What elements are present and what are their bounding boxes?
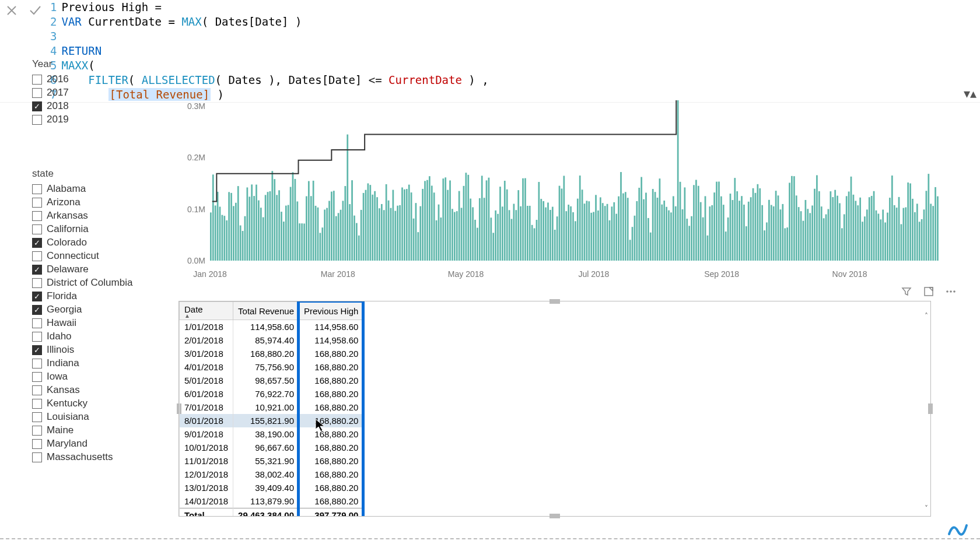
state-item[interactable]: Maryland [32, 438, 155, 450]
checkbox[interactable] [32, 265, 42, 275]
commit-formula-button[interactable] [28, 3, 42, 17]
table-row[interactable]: 1/01/2018114,958.60114,958.60 [180, 320, 363, 334]
year-item[interactable]: 2016 [32, 73, 155, 85]
table-cell[interactable]: 168,880.20 [299, 387, 363, 401]
table-cell[interactable]: 113,879.90 [233, 494, 299, 508]
scroll-down-icon[interactable]: ˅ [925, 504, 928, 513]
state-slicer[interactable]: state AlabamaArizonaArkansasCaliforniaCo… [32, 168, 155, 463]
table-cell[interactable]: 14/01/2018 [180, 494, 233, 508]
table-cell[interactable]: 10/01/2018 [180, 441, 233, 454]
state-item[interactable]: California [32, 223, 155, 235]
year-item[interactable]: 2019 [32, 114, 155, 125]
checkbox[interactable] [32, 211, 42, 221]
state-item[interactable]: Arizona [32, 196, 155, 208]
data-table[interactable]: Date▲Total RevenuePrevious High1/01/2018… [179, 301, 363, 516]
table-cell[interactable]: 114,958.60 [299, 320, 363, 334]
column-header[interactable]: Previous High [299, 302, 363, 320]
checkbox[interactable] [32, 318, 42, 328]
table-cell[interactable]: 168,880.20 [299, 414, 363, 427]
checkbox[interactable] [32, 184, 42, 194]
table-cell[interactable]: 168,880.20 [299, 481, 363, 494]
state-item[interactable]: Iowa [32, 371, 155, 382]
table-cell[interactable]: 39,409.40 [233, 481, 299, 494]
scroll-up-icon[interactable]: ˄ [925, 312, 928, 320]
table-cell[interactable]: 168,880.20 [299, 468, 363, 481]
formula-code[interactable]: Previous High = VAR CurrentDate = MAX( D… [61, 0, 980, 102]
state-item[interactable]: Georgia [32, 304, 155, 315]
state-item[interactable]: Kansas [32, 384, 155, 396]
checkbox[interactable] [32, 412, 42, 422]
table-cell[interactable]: 98,657.50 [233, 374, 299, 387]
checkbox[interactable] [32, 305, 42, 315]
state-item[interactable]: Colorado [32, 237, 155, 248]
state-item[interactable]: Massachusetts [32, 451, 155, 463]
table-cell[interactable]: 6/01/2018 [180, 387, 233, 401]
checkbox[interactable] [32, 345, 42, 355]
table-row[interactable]: 6/01/201876,922.70168,880.20 [180, 387, 363, 401]
table-cell[interactable]: 168,880.20 [299, 374, 363, 387]
year-slicer[interactable]: Year 2016201720182019 [32, 58, 155, 125]
checkbox[interactable] [32, 439, 42, 449]
state-item[interactable]: Arkansas [32, 210, 155, 222]
table-cell[interactable]: 168,880.20 [299, 360, 363, 374]
state-item[interactable]: Idaho [32, 331, 155, 342]
revenue-chart[interactable]: 0.3M0.2M0.1M0.0MJan 2018Mar 2018May 2018… [175, 100, 945, 284]
table-row[interactable]: 12/01/201838,002.40168,880.20 [180, 468, 363, 481]
table-cell[interactable]: 85,974.40 [233, 334, 299, 347]
table-cell[interactable]: 12/01/2018 [180, 468, 233, 481]
state-item[interactable]: Kentucky [32, 398, 155, 409]
checkbox[interactable] [32, 452, 42, 462]
table-cell[interactable]: 168,880.20 [299, 454, 363, 468]
checkbox[interactable] [32, 372, 42, 382]
state-item[interactable]: Louisiana [32, 411, 155, 423]
table-cell[interactable]: 155,821.90 [233, 414, 299, 427]
filter-icon[interactable] [901, 286, 912, 297]
checkbox[interactable] [32, 88, 42, 98]
checkbox[interactable] [32, 238, 42, 248]
table-row[interactable]: 5/01/201898,657.50168,880.20 [180, 374, 363, 387]
table-cell[interactable]: 4/01/2018 [180, 360, 233, 374]
state-item[interactable]: Delaware [32, 264, 155, 275]
focus-mode-icon[interactable] [923, 286, 935, 297]
table-row[interactable]: 14/01/2018113,879.90168,880.20 [180, 494, 363, 508]
state-item[interactable]: Maine [32, 424, 155, 436]
table-cell[interactable]: 38,190.00 [233, 427, 299, 441]
checkbox[interactable] [32, 292, 42, 301]
table-row[interactable]: 8/01/2018155,821.90168,880.20 [180, 414, 363, 427]
checkbox[interactable] [32, 278, 42, 288]
table-cell[interactable]: 168,880.20 [299, 401, 363, 414]
checkbox[interactable] [32, 385, 42, 395]
table-row[interactable]: 4/01/201875,756.90168,880.20 [180, 360, 363, 374]
table-cell[interactable]: 168,880.20 [299, 494, 363, 508]
state-item[interactable]: Indiana [32, 357, 155, 369]
year-item[interactable]: 2018 [32, 100, 155, 112]
state-item[interactable]: Connecticut [32, 250, 155, 262]
data-table-visual[interactable]: Date▲Total RevenuePrevious High1/01/2018… [178, 301, 931, 517]
table-cell[interactable]: 75,756.90 [233, 360, 299, 374]
state-item[interactable]: Alabama [32, 183, 155, 195]
table-cell[interactable]: 96,667.60 [233, 441, 299, 454]
table-cell[interactable]: 76,922.70 [233, 387, 299, 401]
table-cell[interactable]: 168,880.20 [233, 347, 299, 360]
state-item[interactable]: Florida [32, 290, 155, 302]
table-cell[interactable]: 9/01/2018 [180, 427, 233, 441]
checkbox[interactable] [32, 224, 42, 234]
table-row[interactable]: 2/01/201885,974.40114,958.60 [180, 334, 363, 347]
table-cell[interactable]: 114,958.60 [233, 320, 299, 334]
checkbox[interactable] [32, 115, 42, 125]
year-item[interactable]: 2017 [32, 87, 155, 99]
table-cell[interactable]: 3/01/2018 [180, 347, 233, 360]
checkbox[interactable] [32, 426, 42, 436]
table-row[interactable]: 10/01/201896,667.60168,880.20 [180, 441, 363, 454]
checkbox[interactable] [32, 251, 42, 261]
table-cell[interactable]: 1/01/2018 [180, 320, 233, 334]
table-row[interactable]: 7/01/201810,921.00168,880.20 [180, 401, 363, 414]
table-cell[interactable]: 2/01/2018 [180, 334, 233, 347]
checkbox[interactable] [32, 75, 42, 85]
collapse-formula-icon[interactable]: ▾▴ [964, 86, 977, 101]
table-cell[interactable]: 168,880.20 [299, 427, 363, 441]
column-header[interactable]: Date▲ [180, 302, 233, 320]
checkbox[interactable] [32, 359, 42, 368]
table-cell[interactable]: 13/01/2018 [180, 481, 233, 494]
checkbox[interactable] [32, 198, 42, 208]
